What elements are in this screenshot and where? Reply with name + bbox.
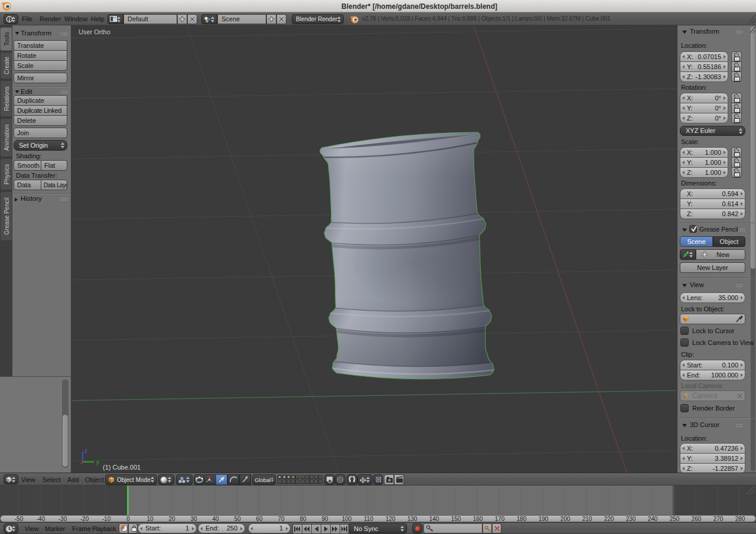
svg-text:z: z [84, 448, 87, 454]
svg-text:y: y [96, 459, 99, 465]
